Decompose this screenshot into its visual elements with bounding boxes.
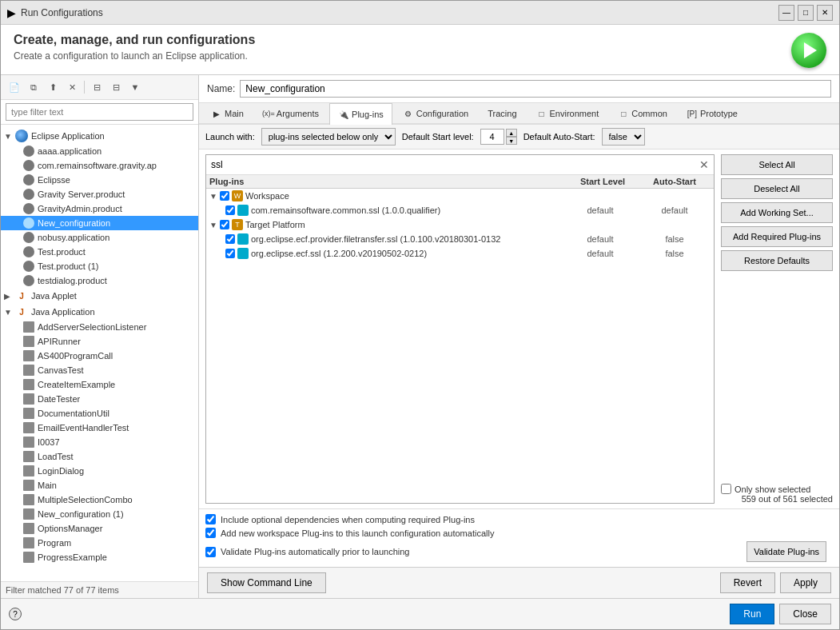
list-item[interactable]: com.remainsoftware.gravity.ap	[1, 158, 198, 173]
plugin-name: org.eclipse.ecf.ssl (1.2.200.v20190502-0…	[251, 249, 562, 258]
validate-plugins-button[interactable]: Validate Plug-ins	[746, 541, 826, 562]
only-show-selected-checkbox[interactable]	[721, 484, 731, 494]
delete-button[interactable]: ✕	[63, 78, 81, 96]
item-label: aaaa.application	[38, 146, 102, 156]
list-item[interactable]: LoginDialog	[1, 464, 198, 478]
target-group-checkbox[interactable]	[220, 220, 229, 229]
add-required-plugins-button[interactable]: Add Required Plug-ins	[721, 226, 833, 247]
close-button-dialog[interactable]: Close	[779, 604, 831, 624]
list-item[interactable]: aaaa.application	[1, 144, 198, 158]
include-optional-checkbox[interactable]	[205, 514, 216, 524]
item-label: GravityAdmin.product	[38, 204, 122, 213]
tree-group-header-java-app[interactable]: ▼ J Java Application	[1, 304, 198, 320]
list-item-selected[interactable]: New_configuration	[1, 216, 198, 230]
maximize-button[interactable]: □	[798, 5, 814, 21]
run-play-button[interactable]	[791, 33, 826, 68]
tab-prototype[interactable]: [P] Prototype	[678, 103, 746, 123]
validate-label: Validate Plug-ins automatically prior to…	[221, 547, 409, 556]
list-item[interactable]: AddServerSelectionListener	[1, 320, 198, 334]
duplicate-button[interactable]: ⧉	[25, 78, 42, 96]
list-item[interactable]: Test.product (1)	[1, 259, 198, 273]
new-config-button[interactable]: 📄	[6, 78, 23, 96]
tab-main[interactable]: ▶ Main	[202, 103, 253, 123]
plugin-checkbox[interactable]	[225, 205, 235, 215]
deselect-all-button[interactable]: Deselect All	[721, 178, 833, 199]
filter-count: Filter matched 77 of 77 items	[6, 585, 119, 595]
item-label: testdialog.product	[38, 276, 107, 285]
list-item[interactable]: LoadTest	[1, 449, 198, 464]
list-item[interactable]: nobusy.application	[1, 230, 198, 245]
validate-checkbox[interactable]	[205, 547, 216, 557]
apply-button[interactable]: Apply	[780, 572, 831, 593]
plugin-start-level: default	[564, 249, 636, 258]
tree-group-header-eclipse[interactable]: ▼ Eclipse Application	[1, 128, 198, 144]
collapse-all-button[interactable]: ⊟	[88, 78, 105, 96]
list-item[interactable]: Test.product	[1, 245, 198, 259]
tab-plugins[interactable]: 🔌 Plug-ins	[329, 103, 392, 125]
start-level-input[interactable]	[480, 129, 504, 145]
list-item[interactable]: New_configuration (1)	[1, 507, 198, 521]
workspace-group-checkbox[interactable]	[220, 191, 229, 201]
search-clear-button[interactable]: ✕	[695, 158, 714, 171]
tab-common[interactable]: □ Common	[609, 103, 676, 123]
help-button[interactable]: ?	[9, 608, 22, 620]
revert-button[interactable]: Revert	[720, 572, 775, 593]
app-icon	[23, 494, 34, 505]
filter-input[interactable]	[6, 103, 193, 121]
list-item[interactable]: Eclipsse	[1, 173, 198, 187]
plugin-group-row-workspace[interactable]: ▼ W Workspace	[206, 189, 714, 203]
list-item[interactable]: APIRunner	[1, 334, 198, 349]
plugin-item-row[interactable]: org.eclipse.ecf.provider.filetransfer.ss…	[206, 232, 714, 246]
list-item[interactable]: EmailEventHandlerTest	[1, 421, 198, 435]
run-button[interactable]: Run	[730, 604, 774, 624]
add-workspace-checkbox[interactable]	[205, 528, 216, 538]
tab-configuration[interactable]: ⚙ Configuration	[394, 103, 477, 123]
plugins-table-header: Plug-ins Start Level Auto-Start	[206, 175, 714, 189]
name-input[interactable]	[240, 80, 831, 98]
plugin-item-row[interactable]: com.remainsoftware.common.ssl (1.0.0.qua…	[206, 203, 714, 217]
list-item[interactable]: ProgressExample	[1, 550, 198, 564]
show-command-line-button[interactable]: Show Command Line	[207, 572, 326, 593]
app-icon	[23, 508, 34, 520]
plugin-checkbox[interactable]	[225, 234, 235, 244]
tab-environment[interactable]: □ Environment	[527, 103, 608, 123]
tree-group-header-applet[interactable]: ▶ J Java Applet	[1, 288, 198, 304]
plugin-checkbox[interactable]	[225, 249, 235, 258]
add-working-set-button[interactable]: Add Working Set...	[721, 202, 833, 223]
close-button[interactable]: ✕	[817, 5, 833, 21]
plugin-search-input[interactable]	[206, 155, 695, 174]
start-level-up[interactable]: ▲	[506, 129, 517, 137]
list-item[interactable]: testdialog.product	[1, 273, 198, 288]
app-icon	[23, 523, 34, 534]
list-item[interactable]: DocumentationUtil	[1, 406, 198, 421]
list-item[interactable]: MultipleSelectionCombo	[1, 492, 198, 507]
list-item-gravity-server[interactable]: Gravity Server.product	[1, 187, 198, 201]
export-button[interactable]: ⬆	[44, 78, 62, 96]
list-item[interactable]: CreateItemExample	[1, 377, 198, 392]
list-item[interactable]: AS400ProgramCall	[1, 349, 198, 363]
launch-with-select[interactable]: plug-ins selected below only	[261, 128, 396, 146]
list-item[interactable]: I0037	[1, 435, 198, 449]
list-item[interactable]: GravityAdmin.product	[1, 201, 198, 216]
start-level-buttons: ▲ ▼	[506, 129, 517, 145]
select-all-button[interactable]: Select All	[721, 154, 833, 175]
view-menu-button[interactable]: ▼	[126, 78, 144, 96]
list-item[interactable]: Program	[1, 536, 198, 550]
plugin-item-row[interactable]: org.eclipse.ecf.ssl (1.2.200.v20190502-0…	[206, 246, 714, 261]
list-item[interactable]: OptionsManager	[1, 521, 198, 536]
eclipse-icon	[15, 130, 28, 142]
minimize-button[interactable]: —	[778, 5, 794, 21]
plugins-tab-icon: 🔌	[338, 109, 349, 120]
restore-defaults-button[interactable]: Restore Defaults	[721, 250, 833, 271]
filter-button[interactable]: ⊟	[107, 78, 125, 96]
tab-arguments[interactable]: (x)= Arguments	[254, 103, 328, 123]
plugins-list-panel: ✕ Plug-ins Start Level Auto-Start ▼	[205, 154, 715, 504]
start-level-down[interactable]: ▼	[506, 137, 517, 145]
tab-tracing[interactable]: Tracing	[479, 103, 525, 123]
plugin-group-row-target[interactable]: ▼ T Target Platform	[206, 217, 714, 232]
checkbox-row-validate: Validate Plug-ins automatically prior to…	[205, 540, 833, 564]
auto-start-select[interactable]: false true	[602, 128, 645, 146]
list-item[interactable]: Main	[1, 478, 198, 492]
list-item[interactable]: DateTester	[1, 392, 198, 406]
list-item[interactable]: CanvasTest	[1, 363, 198, 377]
